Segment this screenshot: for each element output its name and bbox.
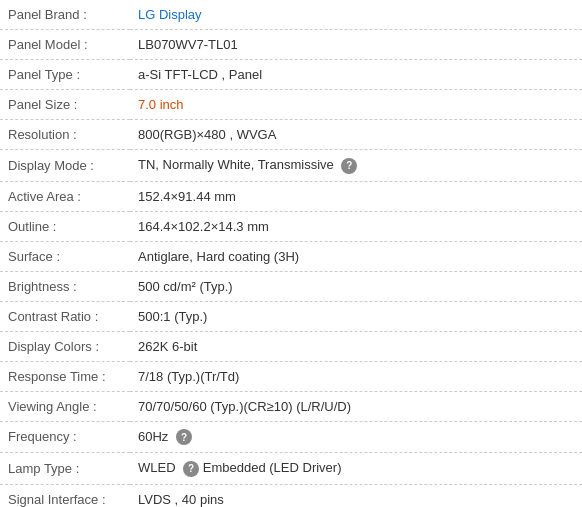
spec-row-display-mode: Display Mode :TN, Normally White, Transm… — [0, 150, 582, 182]
spec-row-surface: Surface :Antiglare, Hard coating (3H) — [0, 241, 582, 271]
spec-value-brightness: 500 cd/m² (Typ.) — [130, 271, 582, 301]
spec-row-viewing-angle: Viewing Angle :70/70/50/60 (Typ.)(CR≥10)… — [0, 391, 582, 421]
help-icon-display-mode[interactable]: ? — [341, 158, 357, 174]
spec-label-viewing-angle: Viewing Angle : — [0, 391, 130, 421]
spec-value-outline: 164.4×102.2×14.3 mm — [130, 211, 582, 241]
spec-value-response-time: 7/18 (Typ.)(Tr/Td) — [130, 361, 582, 391]
spec-label-active-area: Active Area : — [0, 181, 130, 211]
lamp-suffix: Embedded (LED Driver) — [199, 460, 341, 475]
spec-value-active-area: 152.4×91.44 mm — [130, 181, 582, 211]
spec-label-display-colors: Display Colors : — [0, 331, 130, 361]
brand-link[interactable]: LG Display — [138, 7, 202, 22]
spec-label-outline: Outline : — [0, 211, 130, 241]
spec-value-contrast-ratio: 500:1 (Typ.) — [130, 301, 582, 331]
spec-label-display-mode: Display Mode : — [0, 150, 130, 182]
spec-label-brightness: Brightness : — [0, 271, 130, 301]
lamp-wled: WLED — [138, 460, 179, 475]
spec-label-surface: Surface : — [0, 241, 130, 271]
spec-row-brightness: Brightness :500 cd/m² (Typ.) — [0, 271, 582, 301]
help-icon-lamp[interactable]: ? — [183, 461, 199, 477]
spec-row-frequency: Frequency :60Hz ? — [0, 421, 582, 453]
spec-label-signal-interface: Signal Interface : — [0, 484, 130, 507]
spec-row-panel-brand: Panel Brand :LG Display — [0, 0, 582, 30]
spec-label-contrast-ratio: Contrast Ratio : — [0, 301, 130, 331]
spec-value-display-colors: 262K 6-bit — [130, 331, 582, 361]
spec-value-frequency: 60Hz ? — [130, 421, 582, 453]
spec-label-response-time: Response Time : — [0, 361, 130, 391]
spec-row-display-colors: Display Colors :262K 6-bit — [0, 331, 582, 361]
spec-label-panel-brand: Panel Brand : — [0, 0, 130, 30]
spec-row-lamp-type: Lamp Type :WLED ? Embedded (LED Driver) — [0, 453, 582, 485]
spec-table: Panel Brand :LG DisplayPanel Model :LB07… — [0, 0, 582, 507]
spec-label-resolution: Resolution : — [0, 120, 130, 150]
help-icon-frequency[interactable]: ? — [176, 429, 192, 445]
spec-row-outline: Outline :164.4×102.2×14.3 mm — [0, 211, 582, 241]
spec-value-display-mode: TN, Normally White, Transmissive ? — [130, 150, 582, 182]
spec-row-contrast-ratio: Contrast Ratio :500:1 (Typ.) — [0, 301, 582, 331]
spec-row-panel-size: Panel Size :7.0 inch — [0, 90, 582, 120]
spec-label-panel-type: Panel Type : — [0, 60, 130, 90]
spec-text-frequency: 60Hz — [138, 429, 172, 444]
spec-label-frequency: Frequency : — [0, 421, 130, 453]
spec-value-surface: Antiglare, Hard coating (3H) — [130, 241, 582, 271]
spec-row-panel-model: Panel Model :LB070WV7-TL01 — [0, 30, 582, 60]
spec-label-lamp-type: Lamp Type : — [0, 453, 130, 485]
spec-value-lamp-type: WLED ? Embedded (LED Driver) — [130, 453, 582, 485]
spec-value-panel-brand: LG Display — [130, 0, 582, 30]
size-value: 7.0 inch — [138, 97, 184, 112]
spec-value-panel-size: 7.0 inch — [130, 90, 582, 120]
spec-label-panel-size: Panel Size : — [0, 90, 130, 120]
spec-value-signal-interface: LVDS , 40 pins — [130, 484, 582, 507]
spec-row-signal-interface: Signal Interface :LVDS , 40 pins — [0, 484, 582, 507]
spec-row-active-area: Active Area :152.4×91.44 mm — [0, 181, 582, 211]
spec-text-display-mode: TN, Normally White, Transmissive — [138, 157, 337, 172]
spec-row-resolution: Resolution :800(RGB)×480 , WVGA — [0, 120, 582, 150]
spec-value-viewing-angle: 70/70/50/60 (Typ.)(CR≥10) (L/R/U/D) — [130, 391, 582, 421]
spec-row-panel-type: Panel Type :a-Si TFT-LCD , Panel — [0, 60, 582, 90]
spec-value-panel-type: a-Si TFT-LCD , Panel — [130, 60, 582, 90]
spec-label-panel-model: Panel Model : — [0, 30, 130, 60]
spec-row-response-time: Response Time :7/18 (Typ.)(Tr/Td) — [0, 361, 582, 391]
spec-value-resolution: 800(RGB)×480 , WVGA — [130, 120, 582, 150]
spec-value-panel-model: LB070WV7-TL01 — [130, 30, 582, 60]
